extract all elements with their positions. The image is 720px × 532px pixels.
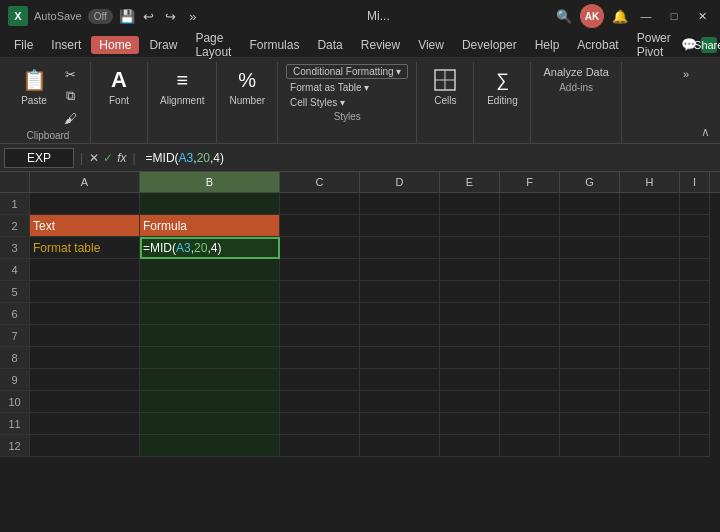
cell-e1[interactable] — [440, 193, 500, 215]
cell-d1[interactable] — [360, 193, 440, 215]
cell-h7[interactable] — [620, 325, 680, 347]
search-icon[interactable]: 🔍 — [556, 8, 572, 24]
cell-b2[interactable]: Formula — [140, 215, 280, 237]
cell-d6[interactable] — [360, 303, 440, 325]
cell-f10[interactable] — [500, 391, 560, 413]
menu-formulas[interactable]: Formulas — [241, 36, 307, 54]
cell-a6[interactable] — [30, 303, 140, 325]
redo-icon[interactable]: ↪ — [163, 8, 179, 24]
cell-d8[interactable] — [360, 347, 440, 369]
cell-b7[interactable] — [140, 325, 280, 347]
cell-a2[interactable]: Text — [30, 215, 140, 237]
clipboard-paste-button[interactable]: 📋 Paste — [14, 64, 54, 108]
col-header-i[interactable]: I — [680, 172, 710, 192]
cell-f11[interactable] — [500, 413, 560, 435]
cell-i5[interactable] — [680, 281, 710, 303]
cell-i11[interactable] — [680, 413, 710, 435]
menu-acrobat[interactable]: Acrobat — [569, 36, 626, 54]
undo-icon[interactable]: ↩ — [141, 8, 157, 24]
cell-i10[interactable] — [680, 391, 710, 413]
menu-review[interactable]: Review — [353, 36, 408, 54]
cell-b3[interactable]: =MID(A3,20,4) — [140, 237, 280, 259]
cell-e5[interactable] — [440, 281, 500, 303]
cell-f12[interactable] — [500, 435, 560, 457]
maximize-button[interactable]: □ — [664, 6, 684, 26]
cell-d10[interactable] — [360, 391, 440, 413]
cell-b1[interactable] — [140, 193, 280, 215]
cells-button[interactable]: Cells — [425, 64, 465, 108]
copy-button[interactable]: ⧉ — [58, 86, 82, 106]
cell-i1[interactable] — [680, 193, 710, 215]
col-header-d[interactable]: D — [360, 172, 440, 192]
cell-g6[interactable] — [560, 303, 620, 325]
cell-a3[interactable]: Format table — [30, 237, 140, 259]
cut-button[interactable]: ✂ — [58, 64, 82, 84]
col-header-e[interactable]: E — [440, 172, 500, 192]
cell-g10[interactable] — [560, 391, 620, 413]
cell-a8[interactable] — [30, 347, 140, 369]
cell-d5[interactable] — [360, 281, 440, 303]
cell-a5[interactable] — [30, 281, 140, 303]
cell-g1[interactable] — [560, 193, 620, 215]
cell-g12[interactable] — [560, 435, 620, 457]
cell-h10[interactable] — [620, 391, 680, 413]
cell-c4[interactable] — [280, 259, 360, 281]
col-header-c[interactable]: C — [280, 172, 360, 192]
cell-g11[interactable] — [560, 413, 620, 435]
analyze-data-button[interactable]: Analyze Data — [539, 64, 612, 80]
avatar[interactable]: AK — [580, 4, 604, 28]
more-ribbon-button[interactable]: » — [679, 66, 693, 82]
col-header-h[interactable]: H — [620, 172, 680, 192]
ribbon-collapse-button[interactable]: ∧ — [697, 125, 714, 139]
menu-view[interactable]: View — [410, 36, 452, 54]
cell-styles-button[interactable]: Cell Styles ▾ — [286, 96, 408, 109]
cell-c3[interactable] — [280, 237, 360, 259]
minimize-button[interactable]: — — [636, 6, 656, 26]
cell-h5[interactable] — [620, 281, 680, 303]
cell-c10[interactable] — [280, 391, 360, 413]
cell-h6[interactable] — [620, 303, 680, 325]
cell-e9[interactable] — [440, 369, 500, 391]
autosave-toggle[interactable]: Off — [88, 9, 113, 24]
cell-c9[interactable] — [280, 369, 360, 391]
cell-a12[interactable] — [30, 435, 140, 457]
cell-g8[interactable] — [560, 347, 620, 369]
cell-g4[interactable] — [560, 259, 620, 281]
cell-d7[interactable] — [360, 325, 440, 347]
cell-i2[interactable] — [680, 215, 710, 237]
menu-developer[interactable]: Developer — [454, 36, 525, 54]
cell-g7[interactable] — [560, 325, 620, 347]
cell-h8[interactable] — [620, 347, 680, 369]
cell-h1[interactable] — [620, 193, 680, 215]
cell-a10[interactable] — [30, 391, 140, 413]
formula-confirm-icon[interactable]: ✓ — [103, 151, 113, 165]
cell-i6[interactable] — [680, 303, 710, 325]
cell-e8[interactable] — [440, 347, 500, 369]
share-icon[interactable]: Share — [701, 37, 717, 53]
cell-a7[interactable] — [30, 325, 140, 347]
cell-e7[interactable] — [440, 325, 500, 347]
menu-insert[interactable]: Insert — [43, 36, 89, 54]
cell-i8[interactable] — [680, 347, 710, 369]
cell-c1[interactable] — [280, 193, 360, 215]
cell-b4[interactable] — [140, 259, 280, 281]
cell-d4[interactable] — [360, 259, 440, 281]
cell-g9[interactable] — [560, 369, 620, 391]
cell-a4[interactable] — [30, 259, 140, 281]
function-icon[interactable]: fx — [117, 151, 126, 165]
formula-cancel-icon[interactable]: ✕ — [89, 151, 99, 165]
cell-i9[interactable] — [680, 369, 710, 391]
menu-page-layout[interactable]: Page Layout — [187, 29, 239, 61]
format-as-table-button[interactable]: Format as Table ▾ — [286, 81, 408, 94]
menu-home[interactable]: Home — [91, 36, 139, 54]
close-button[interactable]: ✕ — [692, 6, 712, 26]
cell-i7[interactable] — [680, 325, 710, 347]
cell-e6[interactable] — [440, 303, 500, 325]
cell-f6[interactable] — [500, 303, 560, 325]
cell-i3[interactable] — [680, 237, 710, 259]
cell-c6[interactable] — [280, 303, 360, 325]
menu-file[interactable]: File — [6, 36, 41, 54]
menu-help[interactable]: Help — [527, 36, 568, 54]
name-box[interactable] — [4, 148, 74, 168]
cell-d2[interactable] — [360, 215, 440, 237]
